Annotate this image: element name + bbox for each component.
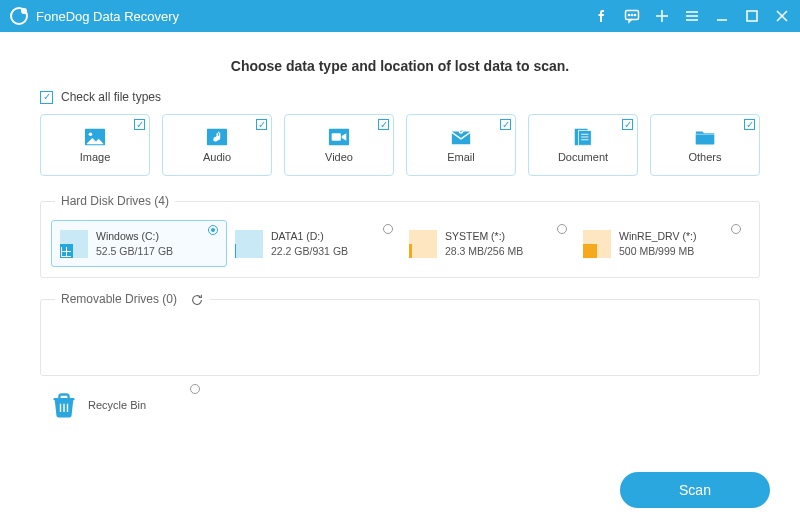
svg-rect-13 [578, 131, 591, 146]
maximize-icon[interactable] [744, 8, 760, 24]
feedback-icon[interactable] [624, 8, 640, 24]
drive-radio[interactable] [731, 224, 741, 234]
menu-icon[interactable] [684, 8, 700, 24]
close-icon[interactable] [774, 8, 790, 24]
drive-text: SYSTEM (*:)28.3 MB/256 MB [445, 229, 523, 258]
disk-icon [235, 230, 263, 258]
plus-icon[interactable] [654, 8, 670, 24]
disk-icon [60, 230, 88, 258]
refresh-icon[interactable] [190, 293, 204, 307]
svg-rect-15 [54, 398, 75, 400]
svg-point-2 [631, 14, 632, 15]
type-card-others[interactable]: Others [650, 114, 760, 176]
page-heading: Choose data type and location of lost da… [40, 58, 760, 74]
type-label-document: Document [558, 151, 608, 163]
titlebar: FoneDog Data Recovery [0, 0, 800, 32]
app-title: FoneDog Data Recovery [36, 9, 179, 24]
drive-text: WinRE_DRV (*:)500 MB/999 MB [619, 229, 696, 258]
svg-point-3 [634, 14, 635, 15]
type-checkbox-video[interactable] [378, 119, 389, 130]
drive-system-[interactable]: SYSTEM (*:)28.3 MB/256 MB [401, 220, 575, 267]
hdd-section: Hard Disk Drives (4) Windows (C:)52.5 GB… [40, 194, 760, 278]
recycle-bin-option[interactable]: Recycle Bin [50, 390, 200, 420]
titlebar-controls [594, 8, 790, 24]
type-card-document[interactable]: Document [528, 114, 638, 176]
drive-winre-drv-[interactable]: WinRE_DRV (*:)500 MB/999 MB [575, 220, 749, 267]
svg-rect-4 [747, 11, 757, 21]
svg-rect-9 [332, 133, 341, 140]
drive-data1-d-[interactable]: DATA1 (D:)22.2 GB/931 GB [227, 220, 401, 267]
drive-windows-c-[interactable]: Windows (C:)52.5 GB/117 GB [51, 220, 227, 267]
removable-section: Removable Drives (0) [40, 292, 760, 376]
type-card-image[interactable]: Image [40, 114, 150, 176]
type-checkbox-document[interactable] [622, 119, 633, 130]
titlebar-left: FoneDog Data Recovery [10, 7, 179, 25]
type-checkbox-image[interactable] [134, 119, 145, 130]
footer: Scan [620, 472, 770, 508]
type-checkbox-others[interactable] [744, 119, 755, 130]
facebook-icon[interactable] [594, 8, 610, 24]
recycle-label: Recycle Bin [88, 399, 146, 411]
removable-title: Removable Drives (0) [61, 292, 177, 306]
type-card-video[interactable]: Video [284, 114, 394, 176]
check-all-row[interactable]: Check all file types [40, 90, 760, 104]
type-card-audio[interactable]: Audio [162, 114, 272, 176]
recycle-radio[interactable] [190, 384, 200, 394]
drive-radio[interactable] [208, 225, 218, 235]
recycle-bin-icon [50, 390, 78, 420]
type-checkbox-audio[interactable] [256, 119, 267, 130]
check-all-checkbox[interactable] [40, 91, 53, 104]
drive-radio[interactable] [557, 224, 567, 234]
type-label-image: Image [80, 151, 111, 163]
drive-radio[interactable] [383, 224, 393, 234]
type-label-others: Others [688, 151, 721, 163]
file-type-row: ImageAudioVideoEmailDocumentOthers [40, 114, 760, 176]
drive-text: DATA1 (D:)22.2 GB/931 GB [271, 229, 348, 258]
svg-rect-14 [696, 134, 714, 144]
minimize-icon[interactable] [714, 8, 730, 24]
hdd-title: Hard Disk Drives (4) [55, 194, 175, 208]
check-all-label: Check all file types [61, 90, 161, 104]
type-label-video: Video [325, 151, 353, 163]
scan-button[interactable]: Scan [620, 472, 770, 508]
svg-point-1 [628, 14, 629, 15]
disk-icon [583, 230, 611, 258]
type-card-email[interactable]: Email [406, 114, 516, 176]
type-label-audio: Audio [203, 151, 231, 163]
type-checkbox-email[interactable] [500, 119, 511, 130]
disk-icon [409, 230, 437, 258]
drive-row: Windows (C:)52.5 GB/117 GBDATA1 (D:)22.2… [51, 220, 749, 267]
svg-point-6 [89, 132, 93, 136]
type-label-email: Email [447, 151, 475, 163]
removable-empty [51, 319, 749, 365]
drive-text: Windows (C:)52.5 GB/117 GB [96, 229, 173, 258]
app-logo-icon [10, 7, 28, 25]
main-content: Choose data type and location of lost da… [0, 32, 800, 420]
